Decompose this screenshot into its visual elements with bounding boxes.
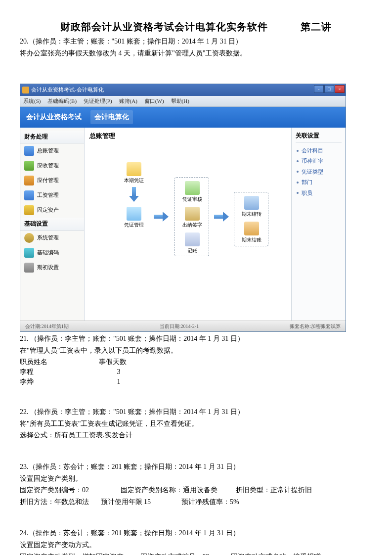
flow-label: 期末结账 bbox=[242, 236, 261, 243]
link-voucher-type[interactable]: 凭证类型 bbox=[296, 167, 342, 177]
sign-icon bbox=[185, 207, 200, 221]
close-button[interactable]: × bbox=[335, 85, 345, 93]
flow-label: 出纳签字 bbox=[182, 222, 202, 229]
q21-cell: 李烨 bbox=[20, 377, 99, 387]
statusbar: 会计期:2014年第1期 当前日期:2014-2-1 账套名称:加密账套试算 bbox=[20, 321, 346, 331]
menu-system[interactable]: 系统(S) bbox=[23, 97, 41, 105]
sidebar-label: 总账管理 bbox=[37, 147, 59, 154]
salary-icon bbox=[24, 190, 34, 200]
q24-line2: 固定资产变动类型：增加固定资产 固资变动方式编号：02 固资变动方式名称：接受捐… bbox=[20, 552, 372, 555]
q23-field: 固定资产类别名称：通用设备类 bbox=[121, 485, 234, 495]
title-main: 财政部会计从业资格考试会计电算化实务软件 bbox=[60, 20, 268, 34]
sidebar-item-payable[interactable]: 应付管理 bbox=[20, 173, 84, 188]
q23-field: 预计净残值率：5% bbox=[181, 497, 239, 507]
flow-period-close[interactable]: 期末结账 bbox=[237, 222, 266, 243]
sidebar-section-finance: 财务处理 bbox=[20, 131, 84, 143]
link-label: 凭证类型 bbox=[302, 168, 323, 176]
flow-cashier-sign[interactable]: 出纳签字 bbox=[177, 207, 207, 229]
flow-period-transfer[interactable]: 期末结转 bbox=[237, 196, 266, 218]
ledger-icon bbox=[24, 146, 34, 156]
menu-basecode[interactable]: 基础编码(B) bbox=[47, 97, 77, 105]
app-body: 财务处理 总账管理 应收管理 应付管理 工资管理 bbox=[20, 128, 346, 321]
payable-icon bbox=[24, 176, 34, 185]
banner-tab-1[interactable]: 会计从业资格考试 bbox=[26, 112, 82, 122]
q21-col-days: 事假天数 bbox=[99, 357, 178, 367]
q21-header: 21. （操作员：李主管；账套："501 账套；操作日期：2014 年 1 月 … bbox=[20, 334, 372, 344]
banner-tab-2[interactable]: 会计电算化 bbox=[90, 110, 133, 124]
sidebar-label: 期初设置 bbox=[37, 264, 59, 271]
flow-label: 本期凭证 bbox=[124, 177, 144, 184]
q23-field: 折旧类型：正常计提折旧 bbox=[236, 485, 312, 495]
book-icon bbox=[185, 232, 200, 246]
bullet-icon bbox=[297, 171, 299, 173]
sidebar-label: 基础编码 bbox=[37, 249, 59, 256]
sidebar-item-receivable[interactable]: 应收管理 bbox=[20, 158, 84, 173]
q21-table: 职员姓名 事假天数 李程 3 李烨 1 bbox=[20, 357, 372, 386]
bullet-icon bbox=[297, 150, 299, 152]
q22-header: 22. （操作员：李主管；账套："501 账套；操作日期：2014 年 1 月 … bbox=[20, 407, 372, 417]
q20-header: 20.（操作员：李主管；账套："501 账套；操作日期：2014 年 1 月 3… bbox=[20, 37, 372, 46]
close-period-icon bbox=[244, 222, 259, 235]
q21-cell: 1 bbox=[99, 377, 138, 387]
minimize-button[interactable]: - bbox=[314, 85, 324, 93]
link-label: 部门 bbox=[302, 179, 312, 186]
q24-body1: 设置固定资产变动方式。 bbox=[20, 540, 372, 550]
application-screenshot: 会计从业资格考试-会计电算化 - □ × 系统(S) 基础编码(B) 凭证处理(… bbox=[20, 84, 372, 332]
menu-voucher[interactable]: 凭证处理(P) bbox=[84, 97, 112, 105]
flow-label: 期末结转 bbox=[242, 211, 261, 218]
flow-label: 记账 bbox=[187, 247, 197, 254]
document-title: 财政部会计从业资格考试会计电算化实务软件 第二讲 bbox=[20, 20, 372, 34]
sidebar-label: 系统管理 bbox=[37, 234, 59, 241]
main-title: 总账管理 bbox=[85, 128, 291, 144]
flow-voucher-audit[interactable]: 凭证审核 bbox=[177, 181, 207, 203]
sidebar-right: 关联设置 会计科目 币种汇率 凭证类型 部门 bbox=[291, 128, 346, 321]
menu-help[interactable]: 帮助(H) bbox=[171, 97, 189, 105]
bullet-icon bbox=[297, 192, 299, 194]
app-window: 会计从业资格考试-会计电算化 - □ × 系统(S) 基础编码(B) 凭证处理(… bbox=[20, 84, 346, 332]
voucher-icon bbox=[127, 162, 141, 176]
arrow-right-icon bbox=[154, 212, 169, 222]
flow-voucher-mgmt[interactable]: 凭证管理 bbox=[119, 207, 149, 229]
sidebar-item-initsetup[interactable]: 期初设置 bbox=[20, 260, 84, 275]
receivable-icon bbox=[24, 161, 34, 171]
window-controls: - □ × bbox=[314, 85, 345, 93]
flow-bookkeeping[interactable]: 记账 bbox=[177, 232, 207, 254]
link-department[interactable]: 部门 bbox=[296, 177, 342, 187]
q23-body1: 设置固定资产类别。 bbox=[20, 474, 372, 484]
sidebar-item-basecode[interactable]: 基础编码 bbox=[20, 245, 84, 260]
q20-body: 将办公室张亮的事假天数修改为 4 天，请重新计算"管理人员"工资表数据。 bbox=[20, 48, 372, 58]
sidebar-item-fixedasset[interactable]: 固定资产 bbox=[20, 203, 84, 218]
link-currency-rate[interactable]: 币种汇率 bbox=[296, 156, 342, 166]
window-titlebar: 会计从业资格考试-会计电算化 - □ × bbox=[20, 84, 346, 96]
q22-body2: 选择公式：所有员工工资表.实发合计 bbox=[20, 430, 372, 440]
flow-current-voucher[interactable]: 本期凭证 bbox=[119, 162, 149, 184]
sidebar-item-ledger[interactable]: 总账管理 bbox=[20, 143, 84, 158]
sidebar-item-sysmgmt[interactable]: 系统管理 bbox=[20, 231, 84, 245]
arrow-right-icon bbox=[214, 212, 229, 222]
q23-line3: 折旧方法：年数总和法 预计使用年限 15 预计净残值率：5% bbox=[20, 497, 372, 507]
fixedasset-icon bbox=[24, 205, 34, 215]
maximize-button[interactable]: □ bbox=[324, 85, 334, 93]
sidebar-label: 工资管理 bbox=[37, 191, 59, 199]
title-lecture: 第二讲 bbox=[301, 20, 332, 34]
q22-body1: 将"所有员工工资表"工资表生成记账凭证，且不查看凭证。 bbox=[20, 419, 372, 429]
status-account: 账套名称:加密账套试算 bbox=[290, 323, 341, 330]
q23-field: 预计使用年限 15 bbox=[101, 497, 180, 507]
status-period: 会计期:2014年第1期 bbox=[25, 323, 69, 330]
q23-field: 折旧方法：年数总和法 bbox=[20, 497, 99, 507]
sidebar-label: 应付管理 bbox=[37, 177, 59, 184]
sidebar-right-title: 关联设置 bbox=[296, 132, 342, 142]
sidebar-item-salary[interactable]: 工资管理 bbox=[20, 188, 84, 203]
sidebar-section-base: 基础设置 bbox=[20, 218, 84, 231]
link-label: 币种汇率 bbox=[302, 157, 323, 165]
transfer-icon bbox=[244, 196, 259, 210]
voucher-mgmt-icon bbox=[127, 207, 141, 221]
q24-field: 固资变动方式编号：02 bbox=[140, 552, 229, 555]
link-label: 会计科目 bbox=[302, 147, 323, 154]
menu-ledger[interactable]: 账簿(A) bbox=[119, 97, 137, 105]
arrow-down-icon bbox=[129, 187, 139, 202]
link-staff[interactable]: 职员 bbox=[296, 188, 342, 198]
link-account-subject[interactable]: 会计科目 bbox=[296, 145, 342, 156]
menu-window[interactable]: 窗口(W) bbox=[144, 97, 164, 105]
q21-body: 在"管理人员"工资表中，录入以下员工的考勤数据。 bbox=[20, 346, 372, 356]
